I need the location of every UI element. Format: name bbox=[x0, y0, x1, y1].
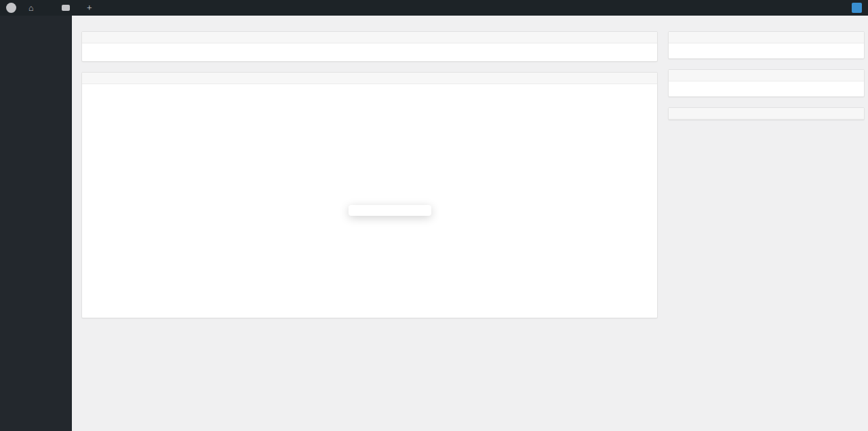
comments-bubble-icon bbox=[62, 5, 70, 11]
chart-panel bbox=[81, 72, 658, 318]
site-name-link[interactable]: ⌂ bbox=[22, 0, 43, 16]
chart-legend bbox=[176, 88, 732, 103]
otherdata-title bbox=[669, 70, 864, 81]
x-axis bbox=[123, 299, 642, 311]
activity-title bbox=[669, 108, 864, 119]
greeting-link[interactable] bbox=[838, 3, 868, 13]
home-icon: ⌂ bbox=[28, 3, 34, 13]
chart-title bbox=[82, 73, 657, 84]
admin-bar: ⌂ ＋ bbox=[0, 0, 868, 16]
income-panel bbox=[81, 31, 658, 62]
user-avatar bbox=[852, 3, 862, 13]
chart-tooltip bbox=[349, 205, 431, 216]
quicknav-title bbox=[669, 32, 864, 43]
menu-separator bbox=[0, 27, 72, 33]
comments-link[interactable] bbox=[56, 0, 79, 16]
main-content bbox=[72, 0, 868, 431]
bar-chart bbox=[123, 103, 642, 299]
admin-sidebar bbox=[0, 16, 72, 431]
wordpress-menu[interactable] bbox=[0, 0, 22, 16]
income-panel-title bbox=[82, 32, 657, 43]
quicknav-panel bbox=[668, 31, 865, 59]
plus-icon: ＋ bbox=[85, 2, 94, 14]
wordpress-logo-icon bbox=[6, 3, 16, 13]
activity-panel bbox=[668, 107, 865, 120]
theme-settings-link[interactable] bbox=[43, 0, 56, 16]
new-content-link[interactable]: ＋ bbox=[79, 0, 104, 16]
